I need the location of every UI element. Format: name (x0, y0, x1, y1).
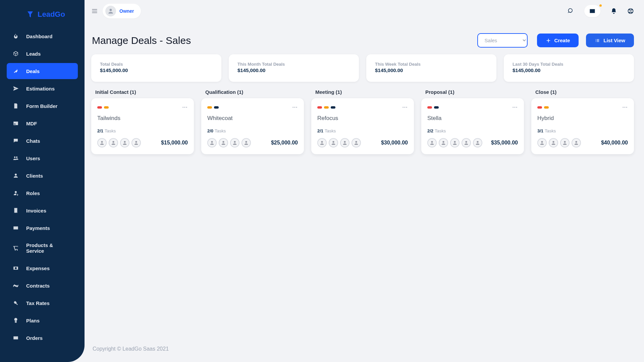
card-icon (13, 225, 19, 231)
sidebar-item-payments[interactable]: Payments (7, 220, 78, 236)
sidebar-item-roles[interactable]: Roles (7, 185, 78, 201)
list-view-button-label: List View (603, 38, 625, 43)
sidebar-item-label: Users (26, 156, 40, 161)
messages-icon[interactable] (584, 5, 600, 17)
assignee-avatar[interactable] (317, 138, 327, 147)
sidebar-item-plans[interactable]: Plans (7, 312, 78, 328)
assignee-avatar[interactable] (329, 138, 338, 147)
tasks-line: 2/1Tasks (97, 128, 188, 133)
users-icon (13, 155, 19, 161)
assignee-avatar[interactable] (439, 138, 448, 147)
sidebar: LeadGo DashboardLeadsDealsEstimationsFor… (0, 0, 85, 362)
stat-value: $145,000.00 (513, 67, 625, 73)
deal-name: Stella (427, 115, 518, 122)
assignee-avatar[interactable] (352, 138, 361, 147)
assignee-avatar[interactable] (97, 138, 107, 147)
assignee-avatar[interactable] (120, 138, 129, 147)
sidebar-item-mdf[interactable]: MDF (7, 115, 78, 131)
kanban-column: Proposal (1) Stella 2/2Tasks $35,000.00 (421, 89, 524, 154)
card-more-icon[interactable] (182, 104, 188, 110)
deal-card[interactable]: Stella 2/2Tasks $35,000.00 (421, 98, 524, 154)
card-more-icon[interactable] (292, 104, 298, 110)
deal-card[interactable]: Hybrid 3/1Tasks $40,000.00 (531, 98, 634, 154)
sidebar-item-chats[interactable]: Chats (7, 133, 78, 149)
deal-amount: $15,000.00 (161, 140, 188, 146)
deal-name: Whitecoat (207, 115, 298, 122)
search-icon[interactable] (568, 8, 574, 14)
sidebar-item-label: Plans (26, 318, 40, 323)
sidebar-item-invoices[interactable]: Invoices (7, 202, 78, 219)
sidebar-item-label: Products & Service (26, 242, 72, 254)
sidebar-item-label: Dashboard (26, 34, 52, 39)
id-card-icon (13, 120, 19, 126)
assignee-avatar[interactable] (131, 138, 141, 147)
sidebar-item-estimations[interactable]: Estimations (7, 80, 78, 97)
assignee-avatar[interactable] (109, 138, 118, 147)
assignee-avatar[interactable] (207, 138, 217, 147)
tools-icon (13, 300, 19, 306)
assignee-avatar[interactable] (462, 138, 471, 147)
list-view-button[interactable]: List View (586, 34, 634, 47)
card-more-icon[interactable] (512, 104, 518, 110)
sidebar-item-orders[interactable]: Orders (7, 330, 78, 346)
brand-logo[interactable]: LeadGo (0, 6, 85, 28)
notifications-icon[interactable] (610, 8, 617, 14)
assignee-avatar[interactable] (450, 138, 460, 147)
assignee-avatars (427, 138, 482, 147)
sidebar-item-users[interactable]: Users (7, 150, 78, 166)
sidebar-item-expenses[interactable]: Expenses (7, 260, 78, 276)
sidebar-item-contracts[interactable]: Contracts (7, 278, 78, 294)
create-button[interactable]: Create (537, 34, 579, 47)
tag-pill (427, 106, 432, 109)
sidebar-item-clients[interactable]: Clients (7, 168, 78, 184)
language-icon[interactable] (627, 8, 634, 14)
sidebar-item-tax-rates[interactable]: Tax Rates (7, 295, 78, 311)
card-more-icon[interactable] (622, 104, 628, 110)
stat-label: This Month Total Deals (237, 62, 350, 67)
assignee-avatar[interactable] (473, 138, 482, 147)
page-title: Manage Deals - Sales (92, 35, 191, 46)
sidebar-item-label: Contracts (26, 283, 50, 289)
plus-icon (546, 38, 551, 43)
sidebar-item-form-builder[interactable]: Form Builder (7, 98, 78, 114)
assignee-avatar[interactable] (560, 138, 570, 147)
assignee-avatars (97, 138, 141, 147)
deal-amount: $40,000.00 (601, 140, 628, 146)
sidebar-item-deals[interactable]: Deals (7, 63, 78, 79)
sidebar-item-leads[interactable]: Leads (7, 46, 78, 62)
stat-card: Last 30 Days Total Deals$145,000.00 (504, 54, 634, 82)
deal-card[interactable]: Refocus 2/1Tasks $30,000.00 (311, 98, 414, 154)
assignee-avatar[interactable] (572, 138, 581, 147)
sidebar-item-label: Orders (26, 335, 43, 341)
sidebar-toggle[interactable] (91, 8, 98, 14)
card-more-icon[interactable] (402, 104, 408, 110)
tasks-ratio: 2/1 (317, 128, 323, 133)
stat-value: $145,000.00 (100, 67, 213, 73)
assignee-avatar[interactable] (537, 138, 547, 147)
deal-amount: $25,000.00 (271, 140, 298, 146)
deal-amount: $35,000.00 (491, 140, 518, 146)
deal-card[interactable]: Tailwinds 2/1Tasks $15,000.00 (91, 98, 194, 154)
deal-card[interactable]: Whitecoat 2/0Tasks $25,000.00 (201, 98, 304, 154)
assignee-avatar[interactable] (549, 138, 558, 147)
pipeline-select[interactable]: Sales (477, 33, 528, 48)
tag-pill (537, 106, 542, 109)
tag-pill (544, 106, 549, 109)
deal-amount: $30,000.00 (381, 140, 408, 146)
assignee-avatar[interactable] (230, 138, 239, 147)
tasks-label: Tasks (545, 128, 556, 133)
money-icon (13, 265, 19, 271)
assignee-avatar[interactable] (241, 138, 251, 147)
assignee-avatar[interactable] (219, 138, 228, 147)
owner-chip[interactable]: Owner (103, 4, 141, 18)
assignee-avatars (317, 138, 361, 147)
sidebar-item-products-service[interactable]: Products & Service (7, 237, 78, 259)
tag-pills (97, 106, 109, 109)
assignee-avatar[interactable] (340, 138, 350, 147)
deal-name: Tailwinds (97, 115, 188, 122)
assignee-avatar[interactable] (427, 138, 437, 147)
tasks-line: 2/2Tasks (427, 128, 518, 133)
handshake-icon (13, 283, 19, 289)
deal-name: Refocus (317, 115, 408, 122)
sidebar-item-dashboard[interactable]: Dashboard (7, 28, 78, 44)
